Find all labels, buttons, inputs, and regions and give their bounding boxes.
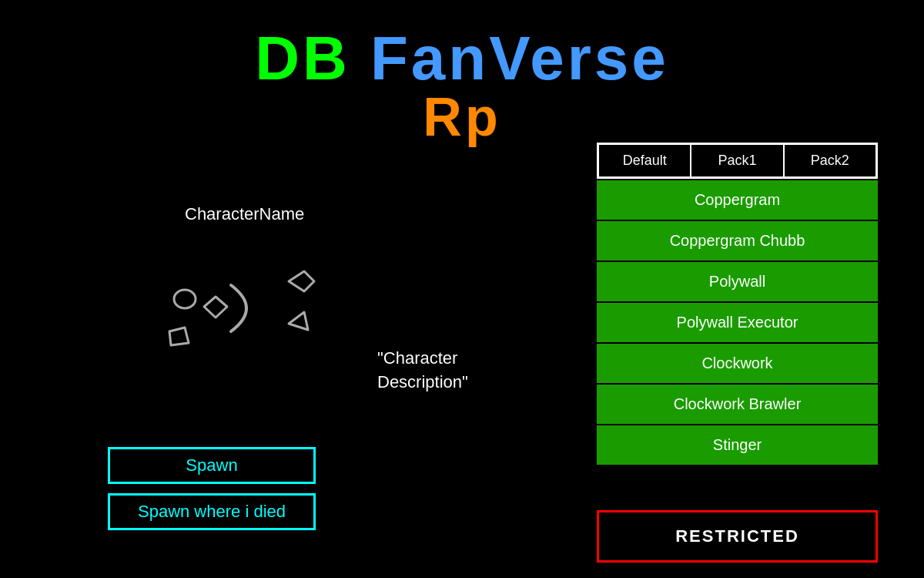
spawn-where-died-button[interactable]: Spawn where i died: [108, 493, 316, 530]
char-item-0[interactable]: Coppergram: [597, 180, 878, 220]
tab-row: Default Pack1 Pack2: [597, 143, 878, 179]
character-name: CharacterName: [185, 204, 304, 224]
character-description: "Character Description": [377, 347, 468, 395]
tab-default[interactable]: Default: [599, 145, 691, 176]
char-item-1[interactable]: Coppergram Chubb: [597, 221, 878, 260]
title-db: DB: [255, 24, 370, 92]
title-container: DB FanVerse Rp: [255, 23, 669, 148]
svg-marker-2: [289, 312, 308, 330]
svg-marker-1: [204, 297, 227, 318]
character-list: CoppergramCoppergram ChubbPolywallPolywa…: [597, 180, 878, 465]
svg-marker-3: [289, 271, 314, 291]
right-panel: Default Pack1 Pack2 CoppergramCoppergram…: [597, 143, 878, 465]
char-item-6[interactable]: Stinger: [597, 425, 878, 465]
svg-marker-0: [169, 328, 189, 345]
char-item-2[interactable]: Polywall: [597, 262, 878, 301]
spawn-button[interactable]: Spawn: [108, 447, 316, 484]
char-item-5[interactable]: Clockwork Brawler: [597, 385, 878, 424]
character-sketch: [139, 239, 354, 355]
char-item-4[interactable]: Clockwork: [597, 344, 878, 383]
svg-point-4: [174, 290, 196, 308]
title-fanverse: FanVerse: [370, 24, 669, 92]
restricted-button[interactable]: RESTRICTED: [597, 510, 878, 563]
tab-pack1[interactable]: Pack1: [691, 145, 784, 176]
tab-pack2[interactable]: Pack2: [785, 145, 875, 176]
char-item-3[interactable]: Polywall Executor: [597, 303, 878, 342]
title-rp: Rp: [255, 86, 669, 148]
